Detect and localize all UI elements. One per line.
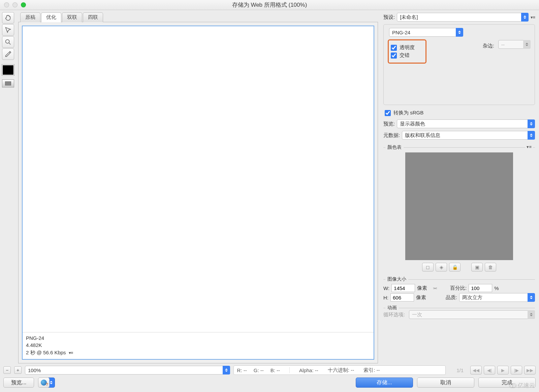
tab-4up[interactable]: 四联 [83, 12, 103, 22]
dropdown-arrow-icon [521, 13, 529, 22]
preset-label: 预设: [383, 14, 395, 21]
readout-alpha: Alpha: -- [299, 367, 318, 373]
matte-row: 杂边: -- [483, 40, 531, 51]
save-button[interactable]: 存储... [356, 378, 413, 388]
prev-frame-button[interactable]: ◀| [484, 366, 495, 375]
readout-size: 4.482K [26, 342, 370, 349]
readout-g: G: -- [254, 367, 264, 373]
footer: − + 100% R: -- G: -- B: -- Alpha: -- 十六进… [0, 363, 539, 391]
width-unit: 像素 [417, 285, 427, 291]
last-frame-button[interactable]: ▶▶ [524, 366, 536, 375]
animation-header: 动画 [383, 305, 535, 308]
metadata-select[interactable]: 版权和联系信息 [402, 131, 535, 140]
settings-panel: 预设: [未命名] ▾≡ PNG-24 透明度 交错 杂边: -- 转换为 sR… [381, 10, 539, 363]
readout-b: B: -- [271, 367, 280, 373]
zoom-tool-icon[interactable] [2, 36, 14, 48]
play-button[interactable]: ▶ [497, 366, 509, 375]
loop-select: 一次 [409, 310, 535, 319]
ct-delete-color-icon[interactable]: 🗑 [485, 263, 496, 272]
quality-select[interactable]: 两次立方 [459, 293, 535, 302]
color-table-menu-icon[interactable]: ▾≡ [525, 144, 533, 149]
view-tabs: 原稿 优化 双联 四联 [20, 12, 378, 22]
titlebar: 存储为 Web 所用格式 (100%) [0, 0, 539, 10]
readout-format: PNG-24 [26, 334, 370, 342]
preset-select[interactable]: [未命名] [397, 13, 529, 22]
color-readout: R: -- G: -- B: -- Alpha: -- 十六进制: -- 索引:… [233, 365, 446, 375]
eyedropper-tool-icon[interactable] [2, 48, 14, 60]
browser-preview-button[interactable]: ? [38, 378, 50, 388]
toolstrip [0, 10, 16, 363]
ct-shift-websafe-icon[interactable]: ◈ [436, 263, 447, 272]
watermark-logo-icon [509, 383, 516, 388]
animation-playback: 1/1 ◀◀ ◀| ▶ |▶ ▶▶ [452, 366, 536, 375]
preview-label: 预览: [383, 121, 395, 127]
loop-label: 循环选项: [383, 312, 405, 318]
foreground-color-swatch[interactable] [2, 65, 14, 75]
readout-hex: 十六进制: -- [328, 367, 354, 373]
toggle-slices-icon[interactable] [2, 79, 14, 87]
highlighted-options: 透明度 交错 [388, 39, 426, 64]
cancel-button[interactable]: 取消 [417, 378, 474, 388]
dropdown-arrow-icon [528, 310, 535, 319]
convert-srgb-label: 转换为 sRGB [393, 110, 423, 116]
percent-input[interactable] [469, 284, 492, 292]
slice-select-tool-icon[interactable] [2, 24, 14, 36]
ct-lock-color-icon[interactable]: 🔒 [449, 263, 461, 272]
preview-area: 原稿 优化 双联 四联 PNG-24 4.482K 2 秒 @ 56.6 Kbp… [16, 10, 381, 363]
zoom-in-button[interactable]: + [14, 366, 22, 374]
ct-map-transparent-icon[interactable]: ◻ [422, 263, 434, 272]
matte-select[interactable]: -- [498, 40, 531, 49]
matte-label: 杂边: [483, 43, 494, 49]
watermark: 亿速云 [509, 382, 535, 389]
height-input[interactable] [390, 293, 414, 301]
panel-menu-icon[interactable]: ▾≡ [531, 15, 535, 20]
dropdown-arrow-icon [528, 293, 535, 302]
percent-unit: % [494, 285, 499, 291]
zoom-select[interactable]: 100% [25, 366, 230, 375]
constrain-link-icon[interactable]: ⫘ [433, 285, 437, 291]
ct-new-color-icon[interactable]: ▣ [471, 263, 483, 272]
animation-group: 循环选项: 一次 [383, 310, 535, 322]
width-input[interactable] [391, 284, 415, 292]
interlaced-label: 交错 [400, 52, 410, 59]
zoom-out-button[interactable]: − [3, 366, 11, 374]
format-select[interactable]: PNG-24 [389, 28, 463, 37]
format-options-group: PNG-24 透明度 交错 杂边: -- [383, 24, 535, 105]
transparency-label: 透明度 [400, 44, 415, 51]
color-table-buttons: ◻ ◈ 🔒 ▣ 🗑 [383, 263, 535, 272]
dropdown-arrow-icon [523, 40, 531, 49]
quality-label: 品质: [446, 294, 457, 301]
interlaced-checkbox[interactable]: 交错 [391, 52, 415, 59]
frame-indicator: 1/1 [456, 367, 464, 373]
transparency-checkbox[interactable]: 透明度 [391, 44, 415, 51]
readout-r: R: -- [237, 367, 247, 373]
preview-button[interactable]: 预览... [3, 378, 34, 388]
window-title: 存储为 Web 所用格式 (100%) [0, 1, 539, 9]
hand-tool-icon[interactable] [2, 12, 14, 24]
first-frame-button[interactable]: ◀◀ [470, 366, 482, 375]
tab-original[interactable]: 原稿 [20, 12, 40, 22]
dropdown-arrow-icon [223, 366, 230, 375]
tab-2up[interactable]: 双联 [62, 12, 82, 22]
canvas[interactable]: PNG-24 4.482K 2 秒 @ 56.6 Kbps▾≡ [22, 26, 374, 360]
animation-label: 动画 [385, 305, 399, 311]
height-unit: 像素 [416, 294, 426, 301]
percent-label: 百分比: [450, 285, 467, 291]
color-table-header: 颜色表 ▾≡ [383, 144, 535, 148]
width-label: W: [383, 285, 389, 291]
readout-timing: 2 秒 @ 56.6 Kbps [26, 350, 66, 355]
tab-optimized[interactable]: 优化 [41, 12, 61, 22]
canvas-container: PNG-24 4.482K 2 秒 @ 56.6 Kbps▾≡ [18, 22, 378, 363]
dropdown-arrow-icon [528, 119, 535, 128]
dropdown-arrow-icon [456, 28, 463, 37]
metadata-label: 元数据: [383, 132, 400, 139]
preview-select[interactable]: 显示器颜色 [397, 119, 535, 128]
dropdown-arrow-icon [528, 131, 535, 140]
optimize-readout: PNG-24 4.482K 2 秒 @ 56.6 Kbps▾≡ [23, 332, 374, 359]
next-frame-button[interactable]: |▶ [511, 366, 522, 375]
image-size-header: 图像大小 [383, 276, 535, 280]
image-size-group: W: 像素 ⫘ 百分比: % H: 像素 品质: 两次立方 [383, 280, 535, 303]
convert-srgb-checkbox[interactable]: 转换为 sRGB [385, 110, 535, 116]
color-table[interactable] [405, 152, 513, 260]
readout-menu-icon[interactable]: ▾≡ [69, 350, 73, 356]
